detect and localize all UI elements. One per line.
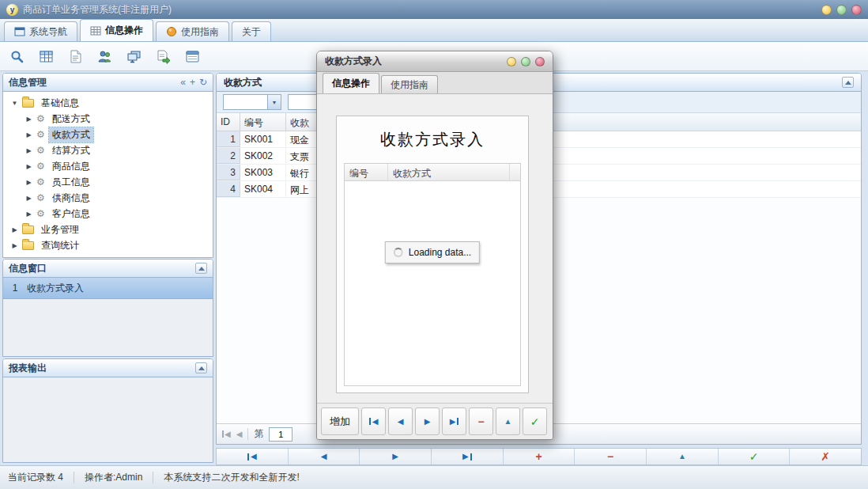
window-icon: [14, 26, 25, 37]
combo-dropdown-icon[interactable]: ▼: [267, 95, 281, 109]
gear-icon: ⚙: [36, 177, 45, 187]
dialog-tab-info-operations[interactable]: 信息操作: [323, 73, 379, 93]
nav-up-button[interactable]: ▲: [647, 449, 719, 464]
users-button[interactable]: [94, 46, 115, 66]
tree-item-payment-method[interactable]: ▶ ⚙ 收款方式: [5, 127, 211, 142]
minimize-button[interactable]: [821, 5, 832, 15]
table-button[interactable]: [36, 46, 56, 66]
dialog-tab-user-guide[interactable]: 使用指南: [381, 75, 438, 93]
collapse-arrow-icon[interactable]: ▼: [11, 100, 18, 107]
nav-prev-button[interactable]: ◀: [289, 449, 360, 464]
paging-prev-button[interactable]: ◀: [236, 430, 243, 438]
tree-item-label: 收款方式: [49, 127, 93, 142]
panel-title: 信息管理: [9, 76, 47, 89]
close-button[interactable]: [851, 5, 862, 15]
dialog-prev-button[interactable]: ◀: [388, 408, 413, 435]
table-icon: [39, 49, 54, 64]
dialog-next-button[interactable]: ▶: [415, 408, 440, 435]
tree-item-product-info[interactable]: ▶ ⚙ 商品信息: [5, 158, 211, 174]
collapse-panel-icon[interactable]: [195, 362, 207, 373]
tree-item-settlement-method[interactable]: ▶ ⚙ 结算方式: [5, 142, 211, 158]
nav-remove-button[interactable]: −: [575, 449, 647, 464]
dialog-ok-button[interactable]: ✓: [523, 408, 547, 435]
page-number-input[interactable]: [269, 427, 292, 442]
expand-arrow-icon[interactable]: ▶: [25, 179, 32, 186]
add-icon[interactable]: +: [190, 78, 195, 87]
tree-item-supplier-info[interactable]: ▶ ⚙ 供商信息: [5, 190, 211, 206]
expand-arrow-icon[interactable]: ▶: [25, 131, 32, 138]
report-output-body: [3, 377, 213, 462]
next-page-icon: ▶: [392, 453, 398, 461]
cell-code: SK002: [240, 148, 286, 164]
open-window-item[interactable]: 1 收款方式录入: [3, 278, 213, 299]
collapse-panel-icon[interactable]: [842, 77, 854, 88]
cell-code: SK001: [240, 131, 286, 147]
grid-icon: [90, 25, 101, 36]
column-header-spacer: [510, 164, 520, 180]
tree-item-basic-info[interactable]: ▼ 基础信息: [5, 95, 211, 111]
column-header-code[interactable]: 编号: [240, 113, 286, 131]
refresh-icon[interactable]: ↻: [199, 78, 207, 87]
tree-item-business-management[interactable]: ▶ 业务管理: [5, 222, 211, 237]
nav-cancel-button[interactable]: ✗: [790, 449, 861, 464]
filter-combo-1[interactable]: ▼: [223, 94, 281, 110]
nav-add-button[interactable]: +: [504, 449, 576, 464]
collapse-panel-icon[interactable]: [195, 263, 207, 274]
maximize-button[interactable]: [836, 5, 847, 15]
dialog-window-controls: [507, 57, 545, 66]
tab-system-navigation[interactable]: 系统导航: [4, 21, 77, 41]
prev-page-icon: ◀: [398, 418, 404, 426]
tree-item-label: 客户信息: [49, 207, 93, 222]
tab-about[interactable]: 关于: [232, 21, 271, 41]
payment-entry-dialog: 收款方式录入 信息操作 使用指南 收款方式录入 编号 收款方式: [316, 51, 553, 440]
dialog-close-button[interactable]: [535, 57, 545, 66]
users-icon: [97, 49, 112, 64]
dialog-maximize-button[interactable]: [521, 57, 530, 66]
dialog-heading: 收款方式录入: [344, 129, 521, 150]
panel-title: 收款方式: [224, 76, 262, 89]
add-record-button[interactable]: 增加: [321, 408, 359, 435]
expand-arrow-icon[interactable]: ▶: [25, 195, 32, 202]
panels-button[interactable]: [182, 46, 202, 66]
nav-last-button[interactable]: ▶: [432, 449, 504, 464]
tree-item-label: 供商信息: [49, 191, 93, 206]
dialog-titlebar[interactable]: 收款方式录入: [317, 51, 553, 72]
expand-arrow-icon[interactable]: ▶: [25, 163, 32, 170]
dialog-up-button[interactable]: ▲: [496, 408, 520, 435]
expand-arrow-icon[interactable]: ▶: [25, 147, 32, 154]
expand-arrow-icon[interactable]: ▶: [11, 226, 18, 233]
spinner-icon: [394, 248, 403, 257]
search-button[interactable]: [6, 46, 27, 66]
monitors-button[interactable]: [123, 46, 144, 66]
column-header-method[interactable]: 收款方式: [388, 164, 510, 180]
expand-arrow-icon[interactable]: ▶: [25, 116, 32, 123]
dialog-last-button[interactable]: ▶: [442, 408, 466, 435]
dialog-remove-button[interactable]: −: [469, 408, 493, 435]
dialog-minimize-button[interactable]: [507, 57, 516, 66]
expand-arrow-icon[interactable]: ▶: [25, 210, 32, 218]
dialog-title: 收款方式录入: [325, 55, 382, 68]
document-button[interactable]: [65, 46, 85, 66]
nav-next-button[interactable]: ▶: [360, 449, 432, 464]
tree-item-employee-info[interactable]: ▶ ⚙ 员工信息: [5, 174, 211, 190]
tab-info-operations[interactable]: 信息操作: [80, 19, 153, 41]
statusbar: 当前记录数 4 操作者:Admin 本系统支持二次开发和全新开发!: [0, 465, 868, 489]
tree-item-delivery-method[interactable]: ▶ ⚙ 配送方式: [5, 111, 211, 127]
tab-user-guide[interactable]: 使用指南: [156, 21, 229, 41]
nav-first-button[interactable]: ◀: [217, 449, 289, 464]
dialog-first-button[interactable]: ◀: [361, 408, 386, 435]
nav-ok-button[interactable]: ✓: [719, 449, 791, 464]
minus-icon: −: [607, 451, 613, 462]
expand-arrow-icon[interactable]: ▶: [11, 242, 18, 249]
paging-first-button[interactable]: ◀: [222, 430, 231, 438]
column-header-code[interactable]: 编号: [345, 164, 388, 180]
column-header-id[interactable]: ID: [217, 113, 240, 131]
folder-icon: [22, 241, 34, 250]
collapse-left-icon[interactable]: «: [180, 78, 186, 87]
tree-item-customer-info[interactable]: ▶ ⚙ 客户信息: [5, 206, 211, 222]
dialog-form-panel: 收款方式录入 编号 收款方式 Loading data...: [336, 116, 529, 393]
export-button[interactable]: [153, 46, 173, 66]
dialog-grid: 编号 收款方式 Loading data...: [344, 163, 521, 386]
titlebar: y 商品订单业务管理系统(非注册用户): [0, 0, 868, 19]
tree-item-query-statistics[interactable]: ▶ 查询统计: [5, 237, 211, 253]
